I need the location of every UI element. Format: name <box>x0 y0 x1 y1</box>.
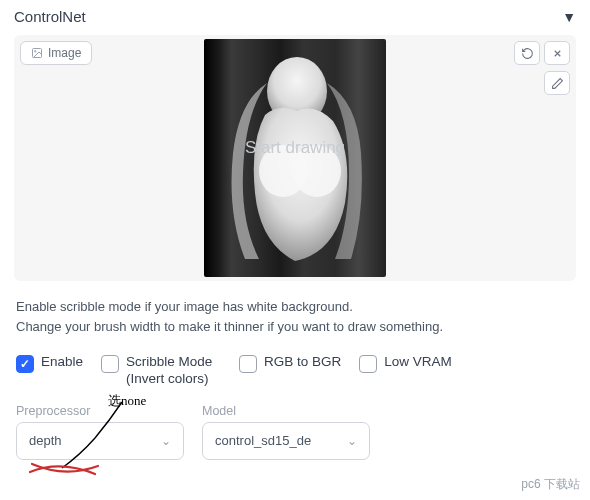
annotation-note: 选none <box>108 392 146 410</box>
enable-checkbox[interactable]: ✓ Enable <box>16 354 83 373</box>
model-select[interactable]: control_sd15_de ⌄ <box>202 422 370 460</box>
preprocessor-select[interactable]: depth ⌄ <box>16 422 184 460</box>
brush-button[interactable] <box>544 71 570 95</box>
checkbox-box <box>359 355 377 373</box>
scribble-mode-checkbox[interactable]: Scribble Mode (Invert colors) <box>101 354 221 388</box>
preprocessor-label: Preprocessor <box>16 404 184 418</box>
collapse-toggle-icon[interactable]: ▼ <box>562 9 576 25</box>
check-icon: ✓ <box>20 357 30 371</box>
depth-preview: Start drawing <box>204 39 386 277</box>
close-icon <box>552 48 563 59</box>
preprocessor-value: depth <box>29 433 62 448</box>
info-line-1: Enable scribble mode if your image has w… <box>16 297 574 317</box>
image-tab-label: Image <box>48 46 81 60</box>
pencil-icon <box>551 77 564 90</box>
low-vram-label: Low VRAM <box>384 354 452 371</box>
watermark: pc6 下载站 <box>517 475 584 494</box>
enable-label: Enable <box>41 354 83 371</box>
undo-button[interactable] <box>514 41 540 65</box>
image-tab[interactable]: Image <box>20 41 92 65</box>
checkbox-box: ✓ <box>16 355 34 373</box>
chevron-down-icon: ⌄ <box>161 434 171 448</box>
undo-icon <box>521 47 534 60</box>
panel-title: ControlNet <box>14 8 86 25</box>
rgb-bgr-label: RGB to BGR <box>264 354 341 371</box>
image-icon <box>31 47 43 59</box>
low-vram-checkbox[interactable]: Low VRAM <box>359 354 452 373</box>
model-value: control_sd15_de <box>215 433 311 448</box>
chevron-down-icon: ⌄ <box>347 434 357 448</box>
svg-point-4 <box>293 145 341 197</box>
scribble-label: Scribble Mode (Invert colors) <box>126 354 221 388</box>
checkbox-box <box>101 355 119 373</box>
info-line-2: Change your brush width to make it thinn… <box>16 317 574 337</box>
checkbox-box <box>239 355 257 373</box>
rgb-bgr-checkbox[interactable]: RGB to BGR <box>239 354 341 373</box>
silhouette-image <box>215 43 375 263</box>
svg-point-1 <box>35 51 37 53</box>
drawing-canvas[interactable]: Image <box>14 35 576 281</box>
model-label: Model <box>202 404 370 418</box>
clear-button[interactable] <box>544 41 570 65</box>
